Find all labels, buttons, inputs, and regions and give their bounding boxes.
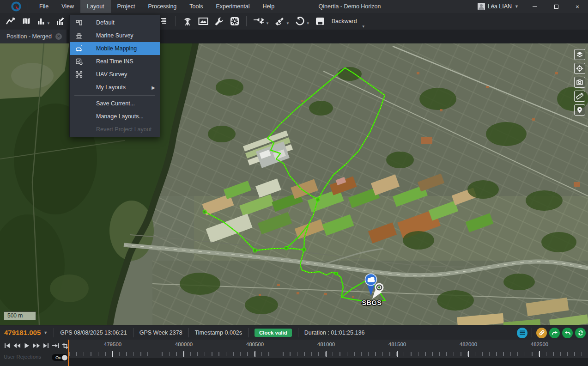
- timeline-controls-panel: User Rejections On: [0, 340, 68, 366]
- qinertia-window: File View Layout Project Processing Tool…: [0, 0, 588, 366]
- menubar-processing[interactable]: Processing: [141, 0, 183, 13]
- gps-week: GPS Week 2378: [133, 328, 189, 337]
- timeline[interactable]: User Rejections On 479500 480000 480500 …: [0, 340, 588, 366]
- user-rejections-toggle[interactable]: On: [52, 354, 68, 361]
- user-avatar: [478, 3, 485, 10]
- menu-item-label: Save Current...: [96, 100, 135, 107]
- tick-label: 480000: [175, 342, 193, 347]
- menubar-view[interactable]: View: [55, 0, 80, 13]
- menubar-experimental[interactable]: Experimental: [210, 0, 256, 13]
- statusbar: 479181.005 ▼ GPS 08/08/2025 13:06:21 GPS…: [0, 325, 588, 340]
- menu-item-label: Manage Layouts...: [96, 113, 144, 120]
- tick-label: 480500: [246, 342, 264, 347]
- layout-menu-item-mobile-mapping[interactable]: Mobile Mapping: [70, 42, 160, 55]
- loop-button[interactable]: [575, 328, 586, 338]
- rejections-track: [69, 358, 588, 366]
- user-rejections-label: User Rejections: [4, 354, 41, 360]
- camera-button[interactable]: [574, 77, 585, 88]
- layout-menu-item-default[interactable]: Default: [70, 16, 160, 29]
- menu-item-label: Default: [96, 19, 115, 26]
- layout-menu-item-my-layouts[interactable]: My Layouts ▶: [70, 81, 160, 94]
- chevron-down-icon: ▼: [47, 21, 50, 28]
- satellite-icon[interactable]: ▼: [273, 14, 291, 28]
- layout-menu-item-marine-survey[interactable]: Marine Survey: [70, 29, 160, 42]
- backward-display-icon[interactable]: [313, 14, 327, 28]
- image-icon[interactable]: [196, 14, 210, 28]
- chevron-down-icon: ▼: [43, 330, 48, 335]
- link-button[interactable]: [536, 328, 547, 338]
- toggle-knob[interactable]: [62, 355, 67, 360]
- gps-datetime: GPS 08/08/2025 13:06:21: [54, 328, 133, 337]
- map-icon[interactable]: [19, 14, 33, 28]
- ship-icon: [75, 32, 83, 39]
- timeline-ruler[interactable]: 479500 480000 480500 481000 481500 48200…: [69, 340, 588, 366]
- timestamp: Timestamp 0.002s: [189, 328, 249, 337]
- tick-label: 482000: [460, 342, 477, 347]
- line-chart-icon[interactable]: [4, 14, 18, 28]
- skip-end-button[interactable]: [42, 342, 50, 350]
- layout-menu-item-manage-layouts[interactable]: Manage Layouts...: [70, 110, 160, 123]
- tab-position-merged[interactable]: Position - Merged ✕: [0, 30, 67, 43]
- maximize-button[interactable]: [546, 0, 567, 13]
- layers-button[interactable]: [574, 49, 585, 60]
- station-label: SBGS: [362, 299, 382, 306]
- layout-menu: Default Marine Survey Mobile Mapping Rea…: [69, 15, 160, 137]
- layout-menu-item-save-current[interactable]: Save Current...: [70, 97, 160, 110]
- clock-status: Clock valid: [249, 328, 298, 337]
- rewind-button[interactable]: [12, 342, 21, 350]
- window-title: Qinertia - Demo Horizon: [319, 3, 381, 10]
- close-button[interactable]: ×: [567, 0, 588, 13]
- layout-menu-item-revert-project-layout: Revert Project Layout: [70, 123, 160, 136]
- user-menu[interactable]: Léa LIAN ▼: [478, 0, 519, 13]
- menubar-project[interactable]: Project: [111, 0, 142, 13]
- backward-mode-label[interactable]: Backward: [332, 18, 357, 24]
- car-icon: [75, 45, 83, 52]
- titlebar-separator: [28, 3, 28, 10]
- layout-menu-item-uav-survey[interactable]: UAV Survey: [70, 68, 160, 81]
- map-scale-bar: 500 m: [4, 311, 36, 320]
- pin-button[interactable]: [574, 104, 585, 116]
- menu-separator: [74, 95, 155, 96]
- layout-icon: [75, 19, 83, 26]
- skip-start-button[interactable]: [3, 342, 11, 350]
- menubar-file[interactable]: File: [33, 0, 55, 13]
- ruler-button[interactable]: [574, 91, 585, 102]
- bar-chart-icon[interactable]: ▼: [35, 14, 52, 28]
- menubar-layout[interactable]: Layout: [80, 0, 111, 13]
- antenna-icon[interactable]: [181, 14, 194, 28]
- menu-list-button[interactable]: [517, 328, 527, 338]
- menu-item-label: Real Time INS: [96, 58, 133, 65]
- tick-label: 481500: [388, 342, 406, 347]
- chevron-down-icon: ▼: [515, 4, 519, 9]
- step-to-end-button[interactable]: [51, 342, 60, 350]
- position-selector[interactable]: 479181.005 ▼: [0, 328, 54, 337]
- menubar-tools[interactable]: Tools: [183, 0, 209, 13]
- statusbar-actions: [517, 325, 586, 340]
- menubar-help[interactable]: Help: [256, 0, 281, 13]
- menu-item-label: Marine Survey: [96, 32, 133, 39]
- locate-button[interactable]: [574, 63, 585, 74]
- tick-label: 479500: [104, 342, 121, 347]
- timeline-playhead[interactable]: [68, 340, 69, 366]
- minor-ticks: [69, 352, 588, 356]
- drone-icon: [75, 71, 83, 78]
- backward-button[interactable]: [562, 328, 573, 338]
- map-toolbar: [574, 49, 585, 116]
- forward-button[interactable]: [549, 328, 560, 338]
- gear-icon[interactable]: [228, 14, 242, 28]
- minimize-button[interactable]: [524, 0, 546, 13]
- rotate-ccw-icon[interactable]: ▼: [293, 14, 311, 28]
- user-rejections-row: User Rejections On: [4, 354, 68, 360]
- checkbox-clock-icon: [75, 58, 83, 65]
- close-icon[interactable]: ✕: [55, 33, 62, 40]
- duration: Duration : 01:01:25.136: [298, 328, 371, 337]
- fast-forward-button[interactable]: [32, 342, 40, 350]
- layout-menu-item-real-time-ins[interactable]: Real Time INS: [70, 55, 160, 68]
- wrench-icon[interactable]: [212, 14, 226, 28]
- play-button[interactable]: [22, 342, 30, 350]
- histogram-edit-icon[interactable]: [54, 14, 67, 28]
- merge-arrows-icon[interactable]: ▼: [251, 14, 271, 28]
- menu-item-label: Revert Project Layout: [96, 126, 152, 133]
- chevron-down-icon: ▼: [286, 21, 290, 28]
- position-value: 479181.005: [4, 329, 41, 336]
